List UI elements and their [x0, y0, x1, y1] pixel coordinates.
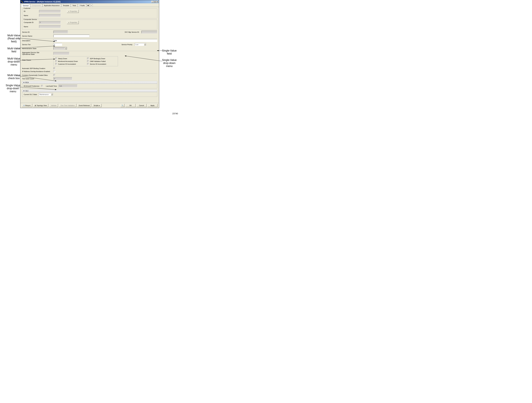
svg-rect-8	[22, 2, 23, 3]
service-id-field	[53, 31, 68, 33]
annotation-multi-readonly: Multi-Value (Read only field)	[7, 34, 20, 43]
chevron-down-icon: ▼	[65, 47, 67, 50]
composite-legend: Composite Service	[23, 19, 37, 20]
search-button[interactable]: 🔍	[120, 104, 125, 107]
annotation-single-dropdown-left: Single-Value drop-down menu	[6, 84, 20, 93]
properties-icon: ▸	[69, 22, 69, 23]
composite-group: Composite Service Composite ID: ▸ Proper…	[22, 19, 157, 30]
olc-state-select[interactable]: ▼	[39, 93, 53, 96]
app-icon	[21, 0, 23, 3]
service-priority-select[interactable]: ▼	[135, 43, 146, 46]
validate-button[interactable]: Validate	[49, 104, 58, 107]
composite-name-label: Name:	[24, 26, 38, 27]
alert-icon: !	[79, 5, 80, 6]
agg-state-label: Aggregated Service Site Operational Stat…	[22, 52, 52, 55]
ip-overlap-label: IP Address Overlap Avoidance Enabled:	[22, 71, 52, 72]
description-field[interactable]	[53, 39, 157, 42]
chevron-right-double-icon: »	[91, 5, 92, 6]
composite-id-label: Composite ID:	[24, 22, 38, 23]
agg-state-field	[53, 52, 69, 55]
cust-inconsistent-checkbox	[55, 63, 57, 65]
service-id-label: Service ID:	[22, 31, 52, 33]
arrow-right-icon: ▸	[99, 105, 100, 107]
svc-mgr-id-field	[141, 31, 157, 33]
annotation-multi-dropdown: Multi-Value drop-down menu	[7, 57, 20, 66]
calendar-icon: ▦	[87, 5, 89, 6]
rca-panel-header[interactable]: ▼ RCA	[22, 81, 157, 84]
auto-sdp-label: Automatic SDP Binding Creation:	[22, 68, 52, 69]
annotation-multi-checkbox: Multi-Value check box	[7, 74, 20, 80]
olc-state-label: Current OLC State:	[24, 94, 37, 95]
service-name-label: Service Name:	[22, 35, 52, 37]
topology-button[interactable]: ⊞Topology View	[33, 104, 49, 107]
tab-more[interactable]: »	[90, 4, 93, 7]
tab-application-assurance[interactable]: Application Assurance	[42, 4, 61, 7]
contains-dyn-label: Contains Dynamically Created Sites:	[22, 74, 52, 76]
tab-template[interactable]: Template	[61, 4, 71, 7]
composite-properties-button[interactable]: ▸ Properties	[67, 21, 79, 24]
cancel-button[interactable]: Cancel	[136, 104, 146, 107]
bottom-bar: ⟳Resync ⊞Topology View Validate One Time…	[20, 103, 159, 108]
figure-id: 23740	[0, 108, 182, 116]
tab-general[interactable]: General	[21, 4, 30, 7]
window-title: VPRN Service - (Multiple Instances #1) […	[24, 1, 60, 3]
tab-bar: General Components Application Assurance…	[20, 3, 159, 7]
ip-overlap-checkbox[interactable]: ✓	[53, 70, 55, 72]
scripts-button[interactable]: Scripts▸	[92, 104, 101, 107]
tab-content: Customer ID: ▸ Properties Name: Composit…	[20, 7, 159, 103]
close-button[interactable]: ✕	[156, 1, 158, 3]
service-tier-field[interactable]	[53, 43, 62, 46]
annotation-single-field: Single-Value field	[162, 49, 177, 55]
tab-tests[interactable]: Tests	[71, 4, 78, 7]
customer-properties-button[interactable]: ▸ Properties	[67, 10, 79, 13]
one-time-validation-button[interactable]: One Time Validation	[59, 104, 76, 107]
minimize-button[interactable]: _	[151, 1, 153, 3]
chevron-down-icon: ▼	[51, 93, 53, 95]
composite-id-field	[39, 21, 61, 24]
tab-components[interactable]: Components	[30, 4, 42, 7]
service-name-field[interactable]	[53, 35, 89, 37]
event-retrieval-button[interactable]: Event Retrieval	[77, 104, 91, 107]
service-priority-label: Service Priority:	[121, 44, 133, 45]
contains-dyn-checkbox	[53, 74, 55, 76]
dialog-window: VPRN Service - (Multiple Instances #1) […	[20, 0, 159, 108]
maximize-button[interactable]: ☐	[154, 1, 156, 3]
tab-faults[interactable]: !Faults	[78, 4, 86, 7]
state-cause-label: State Cause:	[22, 56, 52, 61]
olc-panel-header[interactable]: ▼ OLC	[22, 89, 157, 92]
topology-icon: ⊞	[35, 105, 36, 107]
annotation-multi-field: Multi-Value field	[7, 47, 20, 53]
ok-button[interactable]: OK	[126, 104, 136, 107]
customer-id-field	[39, 10, 61, 13]
rca-audit-label: RCA Audit Problem(s):	[24, 85, 40, 87]
titlebar: VPRN Service - (Multiple Instances #1) […	[20, 0, 159, 3]
oam-failed-checkbox	[87, 60, 89, 62]
collapse-icon: ▼	[23, 82, 25, 83]
rca-last-audit-field	[59, 85, 77, 87]
sites-down-checkbox	[55, 57, 57, 59]
sdp-down-checkbox	[87, 57, 89, 59]
olc-panel-body: Current OLC State: ▼	[22, 92, 157, 97]
svg-rect-7	[21, 1, 22, 2]
svg-line-9	[22, 2, 22, 2]
tab-extra-icon[interactable]: ▦	[86, 4, 90, 7]
rca-last-audit-label: Last Audit Time:	[46, 85, 57, 87]
customer-id-label: ID:	[24, 10, 38, 12]
auto-sdp-checkbox[interactable]: ✓	[53, 67, 55, 69]
binoculars-icon: 🔍	[121, 105, 124, 107]
customer-name-label: Name:	[24, 15, 38, 16]
rca-audit-checkbox	[41, 85, 43, 87]
customer-group: Customer ID: ▸ Properties Name:	[22, 8, 157, 18]
refresh-icon: ⟳	[23, 105, 25, 107]
resync-button[interactable]: ⟳Resync	[22, 104, 32, 107]
test-suite-label: Test Suite Count:	[22, 78, 52, 80]
svc-inconsistent-checkbox	[87, 63, 89, 65]
monitored-down-checkbox	[55, 60, 57, 62]
customer-legend: Customer	[23, 7, 31, 9]
composite-name-field	[39, 25, 61, 28]
admin-state-select[interactable]: ▼	[53, 47, 67, 50]
admin-state-label: Administrative State:	[22, 48, 52, 49]
service-tier-label: Service Tier:	[22, 44, 52, 45]
test-suite-field	[53, 77, 72, 80]
apply-button[interactable]: Apply	[147, 104, 158, 107]
